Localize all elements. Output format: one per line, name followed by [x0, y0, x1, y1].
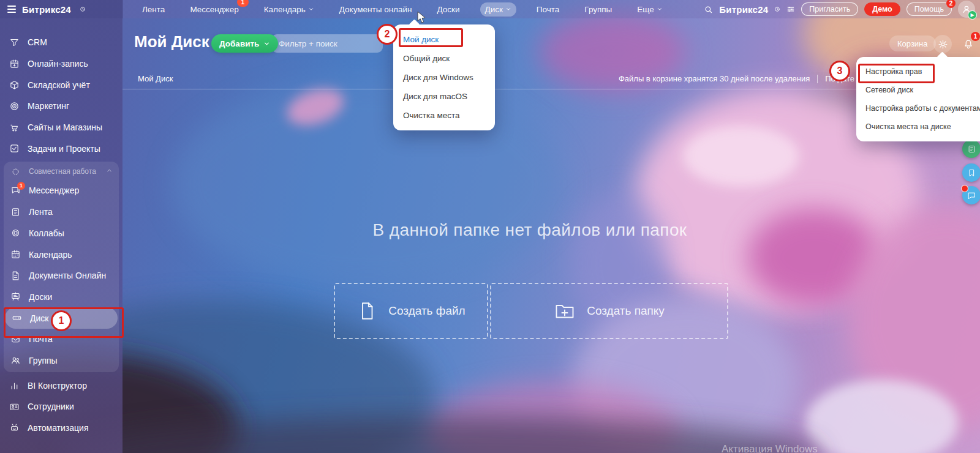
nav-item-мессенджер[interactable]: Мессенджер1 [185, 2, 243, 17]
sidebar-item-диск[interactable]: Диск [5, 307, 118, 329]
gear-menu-item-очистка-места-на-диске[interactable]: Очистка места на диске [856, 118, 980, 136]
sidebar-item-маркетинг[interactable]: Маркетинг [0, 95, 123, 117]
play-badge-icon: ▶ [968, 10, 977, 20]
filter-search-input[interactable] [271, 34, 383, 53]
collab-icon [11, 167, 20, 176]
sidebar-item-задачи-и-проекты[interactable]: Задачи и Проекты [0, 138, 123, 159]
checksq-icon [9, 143, 20, 154]
board-icon [10, 291, 21, 302]
trash-button[interactable]: Корзина [889, 36, 936, 51]
drive-icon [12, 313, 22, 323]
bitrix24-app-window: Битрикс24 ЛентаМессенджер1КалендарьДокум… [0, 0, 980, 453]
gear-icon [938, 39, 948, 50]
sidebar-item-онлайн-запись[interactable]: Онлайн-запись [0, 53, 123, 75]
toolbar-row: Мой Диск Файлы в корзине хранятся 30 дне… [123, 69, 980, 89]
sidebar-item-лента[interactable]: Лента [4, 201, 119, 223]
sidebar-item-bi-конструктор[interactable]: BI Конструктор [0, 375, 123, 396]
sidebar-item-доски[interactable]: Доски [4, 286, 119, 308]
nav-item-диск[interactable]: Диск [480, 2, 516, 17]
nav-item-группы[interactable]: Группы [579, 2, 617, 17]
rings-icon [10, 228, 21, 238]
settings-sliders-icon[interactable] [786, 5, 795, 13]
clock-icon [774, 6, 780, 12]
sidebar-item-почта[interactable]: Почта [4, 329, 119, 350]
notification-dot [961, 185, 968, 192]
sidebar-item-календарь[interactable]: Календарь [4, 244, 119, 265]
target-icon [9, 101, 20, 111]
sidebar-group-collaboration: Совместная работа 1МессенджерЛентаКоллаб… [4, 162, 119, 372]
bars-icon [9, 380, 20, 391]
news-icon [967, 144, 976, 154]
divider [817, 75, 818, 83]
app-logo[interactable]: Битрикс24 [22, 4, 71, 15]
top-navigation: ЛентаМессенджер1КалендарьДокументы онлай… [137, 2, 668, 17]
nav-item-почта[interactable]: Почта [532, 2, 565, 17]
search-icon [704, 5, 713, 14]
doc-icon [10, 271, 21, 281]
disk-menu-item-диск-для-macos[interactable]: Диск для macOS [393, 87, 495, 106]
nav-item-документы онлайн[interactable]: Документы онлайн [334, 2, 417, 17]
help-button[interactable]: Помощь2 [907, 2, 952, 16]
disk-menu-item-мой-диск[interactable]: Мой диск [393, 30, 495, 49]
gear-button[interactable] [933, 35, 952, 53]
sidebar-section-collaboration[interactable]: Совместная работа [4, 163, 119, 180]
top-bar: Битрикс24 ЛентаМессенджер1КалендарьДокум… [0, 0, 980, 18]
floating-bookmark-button[interactable] [962, 163, 980, 182]
sidebar-item-мессенджер[interactable]: 1Мессенджер [4, 180, 119, 201]
nav-item-еще[interactable]: Еще [632, 2, 667, 17]
chevup-icon [106, 167, 113, 174]
bell-badge: 1 [971, 32, 980, 41]
logo-area: Битрикс24 [0, 4, 123, 15]
floating-news-button[interactable] [962, 140, 980, 158]
sidebar-item-складской-учёт[interactable]: Складской учёт [0, 74, 123, 95]
clock-icon [774, 6, 780, 12]
sort-by-date[interactable]: По дате [825, 74, 854, 83]
create-file-button[interactable]: Создать файл [334, 283, 488, 339]
sidebar-item-сайты-и-магазины[interactable]: Сайты и Магазины [0, 117, 123, 138]
sidebar-item-коллабы[interactable]: Коллабы [4, 223, 119, 244]
create-folder-button[interactable]: Создать папку [490, 283, 728, 339]
empty-folder-message: В данной папке нет файлов или папок [123, 220, 937, 240]
brand-right: Битрикс24 [719, 4, 768, 15]
disk-menu-item-очистка-места[interactable]: Очистка места [393, 106, 495, 125]
disk-menu-item-общий-диск[interactable]: Общий диск [393, 49, 495, 68]
trash-retention-note: Файлы в корзине хранятся 30 дней после у… [619, 74, 810, 83]
help-badge: 2 [946, 0, 956, 8]
chatfill-icon [967, 191, 976, 200]
notifications-bell-button[interactable]: 1 [959, 35, 978, 53]
bookmark-icon [967, 168, 976, 178]
demo-button[interactable]: Демо [864, 2, 900, 16]
folderplus-icon [554, 300, 576, 322]
nav-item-календарь[interactable]: Календарь [259, 2, 319, 17]
idcard-icon [9, 402, 20, 412]
sidebar-item-crm[interactable]: CRM [0, 32, 123, 53]
box-icon [9, 80, 20, 90]
mail-icon [10, 334, 21, 345]
sidebar-item-группы[interactable]: Группы [4, 350, 119, 372]
chevdown-icon [308, 6, 314, 12]
funnel-icon [9, 37, 20, 48]
avatar[interactable]: ▶ [958, 1, 975, 18]
floating-chatfill-button[interactable] [962, 186, 980, 204]
gear-menu-item-сетевой-диск[interactable]: Сетевой диск [856, 81, 980, 99]
users-icon [10, 355, 21, 365]
add-button[interactable]: Добавить [211, 34, 278, 53]
sidebar-item-автоматизация[interactable]: Автоматизация [0, 417, 123, 439]
sidebar-item-документы-онлайн[interactable]: Документы Онлайн [4, 265, 119, 286]
breadcrumb[interactable]: Мой Диск [138, 74, 173, 83]
hamburger-menu-icon[interactable] [7, 6, 16, 13]
sidebar-item-сотрудники[interactable]: Сотрудники [0, 396, 123, 417]
gear-dropdown-menu: Настройка правСетевой дискНастройка рабо… [856, 57, 980, 141]
invite-button[interactable]: Пригласить [801, 2, 858, 16]
search-icon[interactable] [704, 5, 713, 14]
nav-item-доски[interactable]: Доски [432, 2, 465, 17]
gear-menu-item-настройка-работы-с-документами[interactable]: Настройка работы с документами [856, 99, 980, 118]
nav-item-лента[interactable]: Лента [137, 2, 170, 17]
chevdown-icon [505, 6, 511, 12]
sliders-icon [786, 5, 795, 13]
gear-menu-item-настройка-прав[interactable]: Настройка прав [856, 62, 980, 81]
chevdown-icon [657, 6, 663, 12]
disk-menu-item-диск-для-windows[interactable]: Диск для Windows [393, 68, 495, 87]
disk-dropdown-menu: Мой дискОбщий дискДиск для WindowsДиск д… [393, 24, 495, 130]
chevron-up-icon [106, 167, 113, 176]
